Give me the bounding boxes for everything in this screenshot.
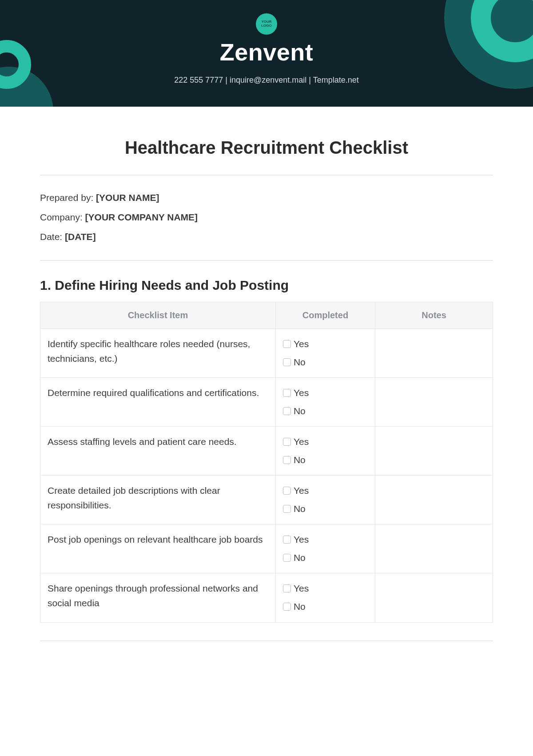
yes-label: Yes bbox=[294, 485, 309, 496]
checkbox-yes[interactable] bbox=[283, 536, 291, 544]
meta-company: Company: [YOUR COMPANY NAME] bbox=[40, 212, 493, 223]
meta-company-value: [YOUR COMPANY NAME] bbox=[85, 212, 198, 222]
document-header: YOUR LOGO Zenvent 222 555 7777 | inquire… bbox=[0, 0, 533, 107]
table-row: Identify specific healthcare roles neede… bbox=[40, 329, 493, 378]
col-header-item: Checklist Item bbox=[40, 302, 276, 329]
meta-date-label: Date: bbox=[40, 232, 65, 242]
completed-cell: YesNo bbox=[275, 476, 375, 524]
checkbox-no[interactable] bbox=[283, 505, 291, 513]
checklist-item-text: Post job openings on relevant healthcare… bbox=[40, 524, 276, 573]
col-header-completed: Completed bbox=[275, 302, 375, 329]
checklist-item-text: Create detailed job descriptions with cl… bbox=[40, 476, 276, 524]
checkbox-yes[interactable] bbox=[283, 487, 291, 495]
no-label: No bbox=[294, 357, 306, 367]
checkbox-yes[interactable] bbox=[283, 584, 291, 592]
completed-cell: YesNo bbox=[275, 329, 375, 378]
brand-name: Zenvent bbox=[0, 38, 533, 66]
table-row: Post job openings on relevant healthcare… bbox=[40, 524, 493, 573]
divider bbox=[40, 175, 493, 176]
meta-company-label: Company: bbox=[40, 212, 85, 222]
meta-prepared-value: [YOUR NAME] bbox=[96, 192, 159, 203]
meta-date: Date: [DATE] bbox=[40, 232, 493, 242]
checklist-item-text: Share openings through professional netw… bbox=[40, 573, 276, 622]
no-label: No bbox=[294, 406, 306, 416]
table-row: Create detailed job descriptions with cl… bbox=[40, 476, 493, 524]
notes-cell[interactable] bbox=[375, 573, 493, 622]
yes-label: Yes bbox=[294, 583, 309, 593]
notes-cell[interactable] bbox=[375, 476, 493, 524]
checkbox-yes[interactable] bbox=[283, 389, 291, 397]
checkbox-no[interactable] bbox=[283, 456, 291, 464]
divider bbox=[40, 260, 493, 261]
checklist-item-text: Assess staffing levels and patient care … bbox=[40, 427, 276, 476]
meta-prepared-label: Prepared by: bbox=[40, 192, 96, 203]
yes-label: Yes bbox=[294, 436, 309, 447]
no-label: No bbox=[294, 552, 306, 563]
yes-label: Yes bbox=[294, 339, 309, 349]
table-row: Assess staffing levels and patient care … bbox=[40, 427, 493, 476]
checkbox-no[interactable] bbox=[283, 603, 291, 611]
notes-cell[interactable] bbox=[375, 427, 493, 476]
checkbox-no[interactable] bbox=[283, 358, 291, 366]
notes-cell[interactable] bbox=[375, 378, 493, 427]
document-title: Healthcare Recruitment Checklist bbox=[40, 138, 493, 158]
checklist-item-text: Identify specific healthcare roles neede… bbox=[40, 329, 276, 378]
notes-cell[interactable] bbox=[375, 524, 493, 573]
completed-cell: YesNo bbox=[275, 427, 375, 476]
notes-cell[interactable] bbox=[375, 329, 493, 378]
no-label: No bbox=[294, 601, 306, 612]
yes-label: Yes bbox=[294, 534, 309, 544]
divider bbox=[40, 640, 493, 641]
meta-date-value: [DATE] bbox=[65, 232, 96, 242]
no-label: No bbox=[294, 504, 306, 514]
col-header-notes: Notes bbox=[375, 302, 493, 329]
logo-text: YOUR LOGO bbox=[256, 20, 277, 28]
no-label: No bbox=[294, 455, 306, 465]
table-row: Share openings through professional netw… bbox=[40, 573, 493, 622]
checkbox-yes[interactable] bbox=[283, 438, 291, 446]
checklist-table: Checklist Item Completed Notes Identify … bbox=[40, 302, 493, 623]
yes-label: Yes bbox=[294, 388, 309, 398]
page-body: Healthcare Recruitment Checklist Prepare… bbox=[0, 107, 533, 659]
checklist-item-text: Determine required qualifications and ce… bbox=[40, 378, 276, 427]
checkbox-no[interactable] bbox=[283, 554, 291, 562]
logo-badge: YOUR LOGO bbox=[256, 13, 277, 35]
checkbox-yes[interactable] bbox=[283, 340, 291, 348]
section-heading: 1. Define Hiring Needs and Job Posting bbox=[40, 278, 493, 293]
checkbox-no[interactable] bbox=[283, 407, 291, 415]
completed-cell: YesNo bbox=[275, 573, 375, 622]
completed-cell: YesNo bbox=[275, 378, 375, 427]
meta-prepared: Prepared by: [YOUR NAME] bbox=[40, 192, 493, 203]
completed-cell: YesNo bbox=[275, 524, 375, 573]
contact-line: 222 555 7777 | inquire@zenvent.mail | Te… bbox=[0, 76, 533, 85]
table-row: Determine required qualifications and ce… bbox=[40, 378, 493, 427]
